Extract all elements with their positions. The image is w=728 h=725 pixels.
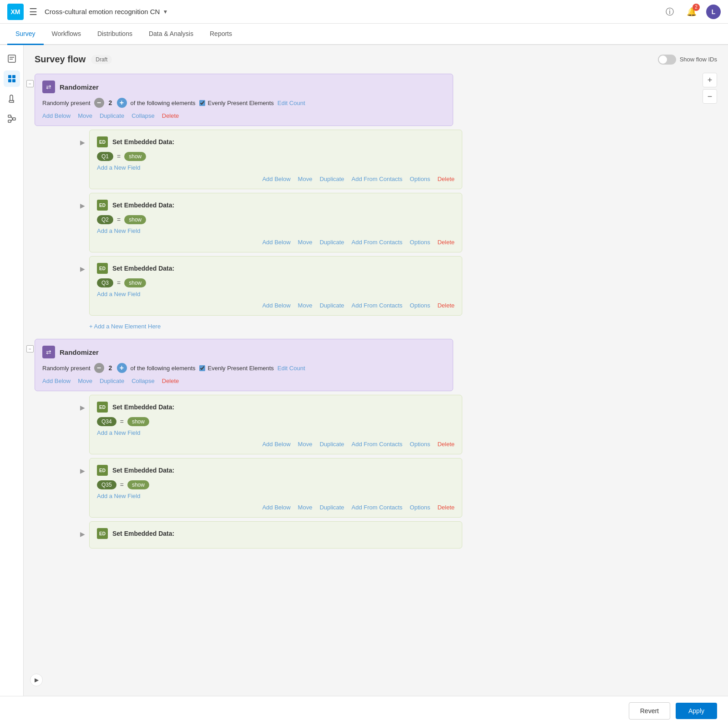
delete-btn-q1[interactable]: Delete (437, 176, 455, 182)
tab-distributions[interactable]: Distributions (89, 24, 141, 45)
revert-button[interactable]: Revert (629, 702, 670, 720)
add-field-link-q34[interactable]: Add a New Field (97, 429, 140, 436)
tab-reports[interactable]: Reports (202, 24, 240, 45)
delete-btn-r2[interactable]: Delete (162, 378, 179, 384)
field-row-q2: Q2 = show (97, 215, 455, 224)
top-bar: XM ☰ Cross-cultural emotion recognition … (0, 0, 728, 24)
tab-workflows[interactable]: Workflows (44, 24, 89, 45)
options-btn-q35[interactable]: Options (410, 504, 430, 511)
delete-btn-q3[interactable]: Delete (437, 302, 455, 309)
duplicate-btn-q35[interactable]: Duplicate (319, 504, 344, 511)
delete-btn-q34[interactable]: Delete (437, 441, 455, 448)
notifications-button[interactable]: 🔔 2 (684, 5, 699, 19)
nested-container-2: ▶ ED Set Embedded Data: Q34 = show Add a… (89, 395, 717, 549)
expand-sidebar-btn[interactable]: ▶ (30, 674, 43, 686)
embedded-block-3-wrapper: ▶ ED Set Embedded Data: Q3 = show Add a … (89, 256, 717, 316)
move-btn-q1[interactable]: Move (298, 176, 313, 182)
count-plus-btn-1[interactable]: + (117, 98, 127, 108)
apply-button[interactable]: Apply (676, 703, 717, 719)
collapse-btn-2[interactable]: − (26, 345, 34, 352)
add-below-btn-q34[interactable]: Add Below (262, 441, 290, 448)
embedded-actions-q2: Add Below Move Duplicate Add From Contac… (97, 239, 455, 246)
sidebar-icon-survey[interactable] (4, 50, 20, 67)
randomizer-2-actions: Add Below Move Duplicate Collapse Delete (42, 378, 445, 384)
embedded-block-q34-wrapper: ▶ ED Set Embedded Data: Q34 = show Add a… (89, 395, 717, 454)
embedded-title-partial: Set Embedded Data: (112, 530, 174, 537)
avatar[interactable]: L (706, 5, 721, 19)
duplicate-btn-q1[interactable]: Duplicate (319, 176, 344, 182)
collapse-btn-1[interactable]: − (26, 80, 34, 87)
help-button[interactable]: ⓘ (662, 5, 677, 19)
collapse-btn-r2[interactable]: Collapse (131, 378, 155, 384)
move-btn-q2[interactable]: Move (298, 239, 313, 246)
randomizer-2-controls: Randomly present − 2 + of the following … (42, 363, 445, 373)
options-btn-q1[interactable]: Options (410, 176, 430, 182)
add-below-btn-q2[interactable]: Add Below (262, 239, 290, 246)
embedded-block-partial-wrapper: ▶ ED Set Embedded Data: (89, 521, 717, 549)
show-flow-ids-toggle[interactable] (658, 55, 676, 65)
add-from-contacts-btn-q34[interactable]: Add From Contacts (352, 441, 403, 448)
options-btn-q3[interactable]: Options (410, 302, 430, 309)
count-minus-btn-2[interactable]: − (94, 363, 104, 373)
value-tag-q3: show (124, 278, 146, 287)
xm-logo[interactable]: XM (7, 4, 24, 20)
sidebar-icon-paint[interactable] (4, 91, 20, 107)
add-element-link-1[interactable]: + Add a New Element Here (89, 319, 717, 333)
evenly-present-checkbox-1[interactable] (199, 100, 205, 106)
delete-btn-q2[interactable]: Delete (437, 239, 455, 246)
collapse-btn-r1[interactable]: Collapse (131, 112, 155, 119)
value-tag-q2: show (124, 215, 146, 224)
svg-rect-9 (8, 120, 11, 122)
duplicate-btn-q34[interactable]: Duplicate (319, 441, 344, 448)
add-from-contacts-btn-q35[interactable]: Add From Contacts (352, 504, 403, 511)
connector-arrow-2: ▶ (80, 202, 85, 209)
evenly-present-label-2[interactable]: Evenly Present Elements (199, 365, 274, 372)
add-field-link-q35[interactable]: Add a New Field (97, 493, 140, 499)
duplicate-btn-r2[interactable]: Duplicate (100, 378, 124, 384)
count-minus-btn-1[interactable]: − (94, 98, 104, 108)
delete-btn-r1[interactable]: Delete (162, 112, 179, 119)
sidebar-icon-blocks[interactable] (4, 70, 20, 87)
edit-count-link-2[interactable]: Edit Count (278, 365, 305, 372)
move-btn-r1[interactable]: Move (78, 112, 92, 119)
add-below-btn-r2[interactable]: Add Below (42, 378, 71, 384)
add-field-link-q1[interactable]: Add a New Field (97, 164, 140, 171)
embedded-block-q2: ED Set Embedded Data: Q2 = show Add a Ne… (89, 193, 462, 252)
options-btn-q2[interactable]: Options (410, 239, 430, 246)
tab-data-analysis[interactable]: Data & Analysis (141, 24, 202, 45)
connector-arrow-partial: ▶ (80, 530, 85, 538)
tab-survey[interactable]: Survey (7, 24, 44, 45)
count-plus-btn-2[interactable]: + (117, 363, 127, 373)
zoom-out-button[interactable]: − (703, 89, 717, 104)
add-below-btn-q3[interactable]: Add Below (262, 302, 290, 309)
edit-count-link-1[interactable]: Edit Count (278, 100, 305, 106)
add-below-btn-q35[interactable]: Add Below (262, 504, 290, 511)
move-btn-q34[interactable]: Move (298, 441, 313, 448)
add-below-btn-q1[interactable]: Add Below (262, 176, 290, 182)
evenly-present-label-1[interactable]: Evenly Present Elements (199, 100, 274, 106)
add-from-contacts-btn-q2[interactable]: Add From Contacts (352, 239, 403, 246)
duplicate-btn-r1[interactable]: Duplicate (100, 112, 124, 119)
delete-btn-q35[interactable]: Delete (437, 504, 455, 511)
project-title[interactable]: Cross-cultural emotion recognition CN ▼ (45, 8, 168, 15)
svg-rect-8 (13, 118, 15, 120)
add-field-link-q3[interactable]: Add a New Field (97, 291, 140, 297)
evenly-present-checkbox-2[interactable] (199, 365, 205, 371)
duplicate-btn-q2[interactable]: Duplicate (319, 239, 344, 246)
move-btn-q35[interactable]: Move (298, 504, 313, 511)
options-btn-q34[interactable]: Options (410, 441, 430, 448)
duplicate-btn-q3[interactable]: Duplicate (319, 302, 344, 309)
add-from-contacts-btn-q1[interactable]: Add From Contacts (352, 176, 403, 182)
svg-line-11 (11, 119, 13, 121)
zoom-in-button[interactable]: + (703, 73, 717, 87)
sidebar-icon-flow[interactable] (4, 111, 20, 127)
add-from-contacts-btn-q3[interactable]: Add From Contacts (352, 302, 403, 309)
randomly-present-label-1: Randomly present (42, 100, 91, 106)
embedded-title-q35: Set Embedded Data: (112, 467, 174, 474)
hamburger-menu[interactable]: ☰ (29, 6, 37, 17)
add-below-btn-r1[interactable]: Add Below (42, 112, 71, 119)
move-btn-q3[interactable]: Move (298, 302, 313, 309)
move-btn-r2[interactable]: Move (78, 378, 92, 384)
page-title: Survey flow (35, 54, 86, 65)
add-field-link-q2[interactable]: Add a New Field (97, 227, 140, 234)
